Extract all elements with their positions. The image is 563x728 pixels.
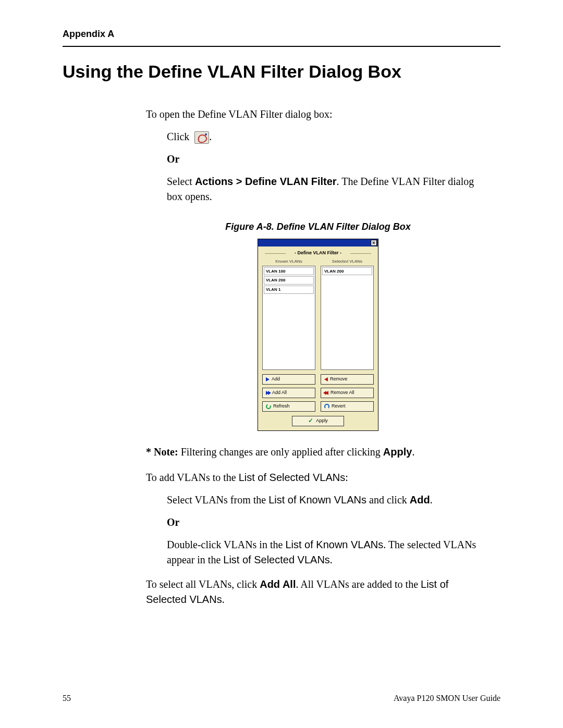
known-vlans-label: Known VLANs [262, 258, 315, 265]
add-all-button-label: Add All [272, 389, 287, 396]
remove-button-label: Remove [330, 376, 348, 382]
list-item[interactable]: VLAN 1 [264, 286, 314, 294]
note-line: * Note: Filtering changes are only appli… [146, 445, 490, 460]
selected-vlans-column: Selected VLANs VLAN 200 [321, 258, 374, 370]
dialog-titlebar: × [258, 239, 378, 246]
remove-button[interactable]: Remove [321, 374, 374, 385]
remove-all-button[interactable]: Remove All [321, 388, 374, 398]
refresh-icon [265, 403, 272, 410]
add-step-1: Select VLANs from the List of Known VLAN… [167, 492, 490, 508]
check-icon: ✓ [308, 416, 313, 425]
revert-icon [324, 404, 329, 409]
double-arrow-left-icon [324, 391, 328, 395]
click-instruction: Click . [167, 129, 490, 144]
header-rule [63, 46, 500, 47]
page-number: 55 [63, 694, 71, 703]
note-prefix: * Note: [146, 446, 178, 458]
apply-button[interactable]: ✓Apply [292, 416, 344, 426]
known-vlans-listbox[interactable]: VLAN 100 VLAN 200 VLAN 1 [262, 266, 315, 370]
select-prefix: Select [167, 176, 195, 187]
filter-toolbar-icon[interactable] [194, 131, 209, 144]
add-button[interactable]: Add [262, 374, 315, 385]
note-body: Filtering changes are only applied after… [178, 446, 383, 458]
refresh-button[interactable]: Refresh [262, 401, 315, 412]
remove-all-button-label: Remove All [331, 389, 354, 396]
add-step-2: Double-click VLANs in the List of Known … [167, 537, 490, 567]
add-all-button[interactable]: Add All [262, 388, 315, 398]
select-menu-path: Actions > Define VLAN Filter [195, 176, 337, 187]
click-suffix: . [209, 131, 212, 142]
double-arrow-right-icon [266, 391, 270, 395]
note-suffix: . [412, 446, 414, 458]
apply-button-label: Apply [316, 417, 328, 424]
add-intro: To add VLANs to the List of Selected VLA… [146, 470, 490, 485]
click-label: Click [167, 131, 189, 142]
revert-button-label: Revert [332, 403, 346, 410]
selected-vlans-label: Selected VLANs [321, 258, 374, 265]
figure-caption: Figure A-8. Define VLAN Filter Dialog Bo… [146, 220, 490, 233]
close-icon[interactable]: × [371, 240, 377, 246]
list-item[interactable]: VLAN 200 [264, 276, 314, 285]
or-label-1: Or [167, 152, 490, 167]
document-page: Appendix A Using the Define VLAN Filter … [0, 0, 563, 728]
page-footer: 55 Avaya P120 SMON User Guide [63, 694, 500, 703]
select-instruction: Select Actions > Define VLAN Filter. The… [167, 174, 490, 204]
refresh-button-label: Refresh [273, 403, 290, 410]
dialog-heading: - Define VLAN Filter - [287, 250, 349, 256]
appendix-label: Appendix A [63, 29, 500, 40]
intro-text: To open the Define VLAN Filter dialog bo… [146, 107, 490, 122]
arrow-right-icon [266, 377, 270, 381]
or-label-2: Or [167, 515, 490, 530]
select-all-note: To select all VLANs, click Add All. All … [146, 577, 490, 607]
body-content: To open the Define VLAN Filter dialog bo… [146, 107, 490, 607]
page-title: Using the Define VLAN Filter Dialog Box [63, 61, 500, 82]
note-apply-word: Apply [383, 446, 412, 458]
selected-vlans-listbox[interactable]: VLAN 200 [321, 266, 374, 370]
arrow-left-icon [324, 377, 328, 381]
list-item[interactable]: VLAN 100 [264, 267, 314, 276]
guide-name: Avaya P120 SMON User Guide [394, 694, 500, 703]
define-vlan-filter-dialog: × - Define VLAN Filter - Known VLANs VLA… [258, 239, 378, 431]
list-item[interactable]: VLAN 200 [322, 267, 372, 276]
revert-button[interactable]: Revert [321, 401, 374, 412]
dialog-figure: × - Define VLAN Filter - Known VLANs VLA… [146, 239, 490, 431]
add-button-label: Add [272, 376, 280, 382]
known-vlans-column: Known VLANs VLAN 100 VLAN 200 VLAN 1 [262, 258, 315, 370]
